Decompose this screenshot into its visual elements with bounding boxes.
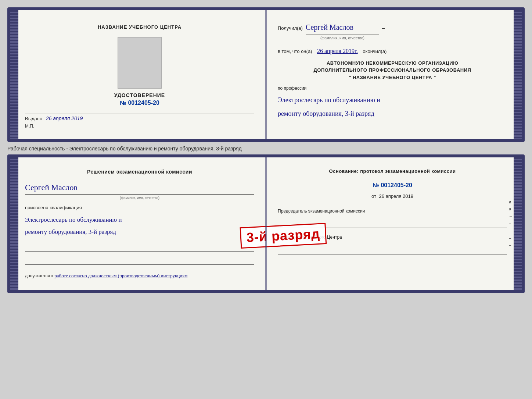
bottom-name-block: Сергей Маслов (фамилия, имя, отчество)	[25, 181, 254, 200]
bottom-document: Решением экзаменационной комиссии Сергей…	[7, 154, 525, 293]
vtom-line: в том, что он(а) 26 апреля 2019г. окончи…	[278, 46, 507, 57]
bottom-name: Сергей Маслов	[25, 181, 254, 194]
udostoverenie-label: УДОСТОВЕРЕНИЕ	[114, 92, 165, 98]
dopuskaetsya-block: допускается к работе согласно должностны…	[25, 272, 254, 280]
dopuskaetsya-value: работе согласно должностным (производств…	[54, 273, 187, 278]
right-strip-bottom	[514, 157, 522, 290]
bottom-doc-left: Решением экзаменационной комиссии Сергей…	[10, 157, 266, 290]
recipient-name: Сергей Маслов	[306, 21, 379, 35]
fio-subtitle-bottom: (фамилия, имя, отчество)	[25, 195, 254, 200]
po-professii-label: по профессии	[278, 85, 507, 93]
dopuskaetsya-label: допускается к	[25, 273, 53, 278]
osnovaniye-title: Основание: протокол экзаменационной коми…	[278, 168, 507, 175]
top-doc-left: НАЗВАНИЕ УЧЕБНОГО ЦЕНТРА УДОСТОВЕРЕНИЕ №…	[10, 10, 266, 139]
between-docs-text: Рабочая специальность - Электрослесарь п…	[7, 142, 525, 154]
top-left-title: НАЗВАНИЕ УЧЕБНОГО ЦЕНТРА	[98, 24, 181, 30]
okonchil-label: окончил(а)	[363, 49, 387, 54]
top-document: НАЗВАНИЕ УЧЕБНОГО ЦЕНТРА УДОСТОВЕРЕНИЕ №…	[7, 7, 525, 142]
bottom-profession-line1: Электрослесарь по обслуживанию и	[25, 214, 254, 226]
chairman-label: Председатель экзаменационной комиссии	[278, 209, 365, 214]
commission-title: Решением экзаменационной комиссии	[25, 168, 254, 176]
ot-date-value: 26 апреля 2019	[379, 193, 414, 199]
org-block: АВТОНОМНУЮ НЕКОММЕРЧЕСКУЮ ОРГАНИЗАЦИЮ ДО…	[278, 60, 507, 81]
mp-label: М.П.	[25, 124, 254, 129]
vtom-label: в том, что он(а)	[278, 49, 312, 54]
vtom-date: 26 апреля 2019г.	[317, 48, 358, 54]
vydano-date: 26 апреля 2019	[46, 115, 83, 121]
udostoverenie-number: № 0012405-20	[114, 100, 165, 106]
profession-line2-top: ремонту оборудования, 3-й разряд	[278, 108, 507, 120]
vydano-line: Выдано 26 апреля 2019	[25, 114, 254, 121]
vydano-block: Выдано 26 апреля 2019 М.П.	[25, 114, 254, 129]
org-line3: " НАЗВАНИЕ УЧЕБНОГО ЦЕНТРА "	[278, 74, 507, 81]
vydano-label: Выдано	[25, 116, 42, 121]
between-text: Рабочая специальность - Электрослесарь п…	[7, 146, 242, 152]
org-line2: ДОПОЛНИТЕЛЬНОГО ПРОФЕССИОНАЛЬНОГО ОБРАЗО…	[278, 67, 507, 74]
dash1: –	[382, 24, 385, 32]
photo-placeholder	[118, 37, 162, 89]
osnovaniye-number: № 0012405-20	[278, 181, 507, 190]
prisvoena-label: присвоена квалификация	[25, 204, 254, 212]
udostoverenie-block: УДОСТОВЕРЕНИЕ № 0012405-20	[114, 92, 165, 106]
poluchil-label: Получил(а)	[278, 24, 303, 32]
bottom-profession-line2: ремонту оборудования, 3-й разряд	[25, 226, 254, 238]
stamp: 3-й разряд	[240, 222, 327, 248]
side-letters: и а ← – – – –	[509, 199, 513, 249]
org-line1: АВТОНОМНУЮ НЕКОММЕРЧЕСКУЮ ОРГАНИЗАЦИЮ	[278, 60, 507, 67]
right-strip-top	[514, 10, 522, 139]
stamp-text: 3-й разряд	[246, 226, 320, 245]
rukovoditel-sig-line	[278, 247, 507, 254]
profession-line1-top: Электрослесарь по обслуживанию и	[278, 94, 507, 106]
signature-line-2	[25, 257, 254, 265]
received-line: Получил(а) Сергей Маслов (фамилия, имя, …	[278, 21, 507, 42]
fio-subtitle-top: (фамилия, имя, отчество)	[306, 35, 379, 42]
ot-label: от	[371, 193, 376, 199]
top-doc-right: Получил(а) Сергей Маслов (фамилия, имя, …	[266, 10, 522, 139]
ot-date: от 26 апреля 2019	[278, 193, 507, 200]
signature-line-1	[25, 244, 254, 252]
